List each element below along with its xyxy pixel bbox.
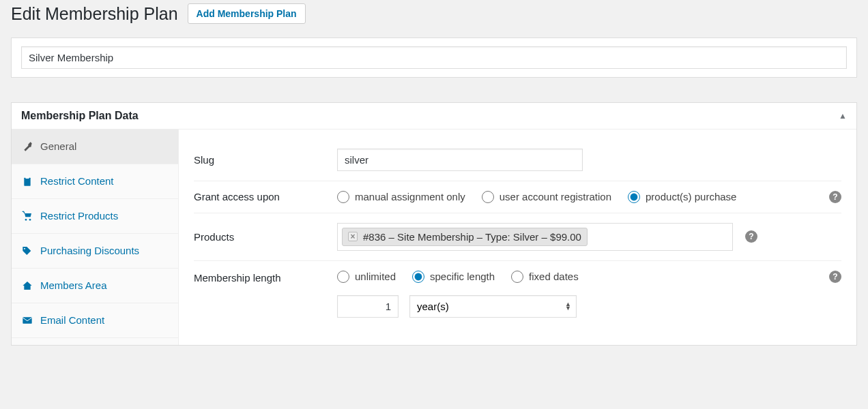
radio-input-purchase[interactable] (628, 191, 640, 203)
radio-purchase[interactable]: product(s) purchase (628, 191, 736, 203)
length-label: Membership length (194, 271, 337, 284)
length-row: Membership length unlimitedspecific leng… (194, 261, 841, 327)
svg-rect-5 (23, 317, 31, 323)
tab-label: Email Content (40, 314, 104, 326)
radio-input-unlimited[interactable] (337, 271, 349, 283)
tag-icon (21, 245, 33, 257)
slug-input[interactable] (337, 149, 583, 171)
help-icon[interactable]: ? (829, 271, 841, 283)
products-label: Products (194, 231, 337, 243)
panel-title: Membership Plan Data (21, 110, 139, 122)
length-unit-select[interactable]: year(s) (409, 295, 577, 318)
radio-label: unlimited (355, 271, 396, 282)
products-select[interactable]: × #836 – Site Membership – Type: Silver … (337, 223, 733, 251)
slug-row: Slug (194, 145, 841, 181)
svg-point-4 (24, 247, 25, 249)
tab-email-content[interactable]: Email Content (12, 303, 178, 337)
panel-collapse-toggle[interactable]: ▲ (839, 111, 847, 121)
help-icon[interactable]: ? (745, 230, 757, 243)
length-number-input[interactable] (337, 295, 399, 318)
radio-label: manual assignment only (355, 191, 465, 202)
length-unit-select-wrapper: year(s) ▲▼ (409, 295, 577, 318)
plan-data-panel: Membership Plan Data ▲ GeneralRestrict C… (11, 102, 857, 346)
general-tab-content: Slug Grant access upon manual assignment… (179, 130, 856, 345)
radio-specific[interactable]: specific length (412, 271, 495, 283)
radio-fixed[interactable]: fixed dates (511, 271, 579, 283)
tab-label: Restrict Products (40, 210, 118, 222)
radio-input-fixed[interactable] (511, 271, 523, 283)
tab-purchasing-discounts[interactable]: Purchasing Discounts (12, 234, 178, 268)
radio-label: fixed dates (529, 271, 579, 282)
cart-icon (21, 210, 33, 222)
mail-icon (21, 314, 33, 327)
radio-input-specific[interactable] (412, 271, 424, 283)
panel-tabs: GeneralRestrict ContentRestrict Products… (12, 130, 179, 345)
radio-input-manual[interactable] (337, 191, 349, 203)
tab-label: General (40, 140, 76, 152)
radio-label: specific length (430, 271, 495, 282)
remove-chip-icon[interactable]: × (348, 232, 358, 241)
tab-label: Members Area (40, 279, 107, 291)
post-title-input[interactable] (21, 46, 847, 69)
page-header: Edit Membership Plan Add Membership Plan (11, 0, 857, 37)
help-icon[interactable]: ? (829, 191, 841, 203)
radio-registration[interactable]: user account registration (482, 191, 611, 203)
grant-access-label: Grant access upon (194, 191, 337, 202)
grant-access-row: Grant access upon manual assignment only… (194, 181, 841, 213)
products-row: Products × #836 – Site Membership – Type… (194, 213, 841, 261)
wrench-icon (21, 140, 33, 153)
page-title: Edit Membership Plan (11, 3, 178, 25)
product-chip: × #836 – Site Membership – Type: Silver … (342, 228, 588, 246)
home-icon (21, 279, 33, 292)
panel-body: GeneralRestrict ContentRestrict Products… (12, 130, 856, 345)
tab-label: Restrict Content (40, 175, 114, 187)
svg-rect-1 (25, 177, 29, 179)
grant-access-options: manual assignment onlyuser account regis… (337, 191, 817, 203)
svg-point-2 (25, 219, 27, 221)
product-chip-label: #836 – Site Membership – Type: Silver – … (363, 231, 581, 243)
post-title-box (11, 37, 857, 78)
radio-unlimited[interactable]: unlimited (337, 271, 396, 283)
slug-label: Slug (194, 154, 337, 166)
svg-rect-0 (24, 177, 30, 185)
svg-point-3 (29, 219, 31, 221)
length-controls: year(s) ▲▼ (337, 295, 841, 318)
panel-header: Membership Plan Data ▲ (12, 103, 856, 130)
tab-restrict-content[interactable]: Restrict Content (12, 164, 178, 198)
radio-label: user account registration (500, 191, 611, 202)
radio-input-registration[interactable] (482, 191, 494, 203)
radio-manual[interactable]: manual assignment only (337, 191, 465, 203)
tab-label: Purchasing Discounts (40, 245, 139, 256)
clipboard-icon (21, 175, 33, 187)
add-membership-plan-button[interactable]: Add Membership Plan (188, 3, 306, 24)
radio-label: product(s) purchase (646, 191, 736, 202)
length-options: unlimitedspecific lengthfixed dates (337, 271, 817, 283)
tab-general[interactable]: General (12, 130, 178, 164)
tab-restrict-products[interactable]: Restrict Products (12, 199, 178, 233)
tab-members-area[interactable]: Members Area (12, 269, 178, 303)
